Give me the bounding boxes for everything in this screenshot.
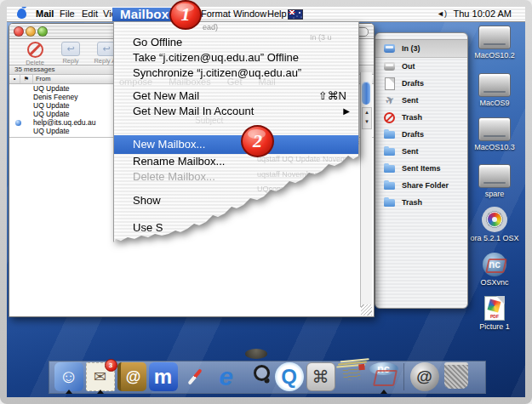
submenu-arrow-icon: ▶: [343, 104, 350, 119]
desktop-icon-picture1[interactable]: PDF Picture 1: [466, 296, 523, 331]
callout-badge-1: 1: [169, 0, 202, 30]
drawer-item-share-folder[interactable]: Share Folder: [375, 177, 467, 194]
menu-item-rename-mailbox[interactable]: Rename Mailbox...: [114, 154, 358, 169]
pinwheel-art: [488, 299, 501, 313]
menu-item-take-offline[interactable]: Take “j.citizen@uq.edu.au” Offline: [114, 50, 358, 65]
menu-edit[interactable]: Edit: [82, 9, 98, 20]
menu-item-go-offline[interactable]: Go Offline: [114, 35, 358, 50]
dock-safari[interactable]: [180, 362, 209, 391]
zoom-button[interactable]: [37, 26, 48, 37]
desktop-icon-macos103[interactable]: MacOS10.3: [466, 117, 523, 151]
vertical-scrollbar[interactable]: ▲▼: [360, 72, 372, 307]
menu-file[interactable]: File: [60, 9, 75, 20]
drawer-item-sent[interactable]: ✈ Sent: [375, 92, 467, 109]
running-indicator: [380, 390, 387, 394]
menu-separator: [114, 208, 358, 220]
desktop-icon-macos102[interactable]: MacOS10.2: [466, 26, 523, 60]
dock-internet-explorer[interactable]: e: [212, 362, 241, 391]
no-symbol-icon: [383, 111, 397, 123]
menu-item-get-new-mail-in-account[interactable]: Get New Mail In Account ▶: [114, 104, 358, 119]
vnc-icon: nc: [369, 362, 398, 375]
mailbox-drawer: In (3) Out Drafts ✈ Sent Trash Drafts: [375, 32, 468, 309]
drawer-item-trash[interactable]: Trash: [375, 109, 467, 126]
dock-vnc[interactable]: nc: [369, 362, 398, 391]
mailbox-menu-wrap: ead) In (3 u ompose Mailboxes Get Mail S…: [113, 21, 359, 248]
dock-quicktime[interactable]: Q: [275, 362, 304, 391]
hard-drive-icon: [478, 117, 511, 141]
dock-trash[interactable]: [442, 362, 471, 391]
shortcut-label: ⇧⌘N: [318, 88, 346, 104]
menu-mail[interactable]: Mail: [36, 9, 54, 20]
menu-item-show[interactable]: Show: [114, 193, 358, 208]
running-indicator: [66, 390, 72, 394]
menu-window[interactable]: Window: [233, 9, 266, 20]
desktop-icon-macos9[interactable]: MacOS9: [466, 73, 523, 107]
desktop-icon-label: MacOS10.2: [466, 51, 523, 60]
dock-sherlock[interactable]: [243, 362, 272, 391]
drawer-item-out[interactable]: Out: [375, 58, 467, 75]
trash-icon: [444, 362, 468, 389]
screenshot: MacOS10.2 MacOS9 MacOS10.3 spare ora 5.2…: [0, 0, 532, 404]
menu-item-use-torn[interactable]: Use S: [114, 220, 358, 236]
menu-bar: Mail File Edit View Mailbox Format Windo…: [7, 7, 525, 22]
drawer-item-sent-items[interactable]: Sent Items: [375, 160, 467, 177]
menu-item-synchronize[interactable]: Synchronize “j.citizen@uq.edu.au”: [114, 65, 358, 81]
drawer-item-drafts[interactable]: Drafts: [375, 75, 467, 92]
resize-grip[interactable]: [361, 304, 372, 316]
dock-finder[interactable]: ☺: [54, 362, 83, 391]
dock-at-spring[interactable]: @: [410, 362, 439, 391]
menu-item-get-new-mail[interactable]: Get New Mail ⇧⌘N: [114, 88, 358, 104]
menu-format[interactable]: Format: [201, 9, 231, 20]
folder-icon: [383, 179, 397, 191]
eudora-letters-icon: [337, 361, 366, 366]
drawer-item-in[interactable]: In (3): [375, 39, 467, 58]
menu-item-delete-mailbox: Delete Mailbox...: [114, 169, 358, 185]
flag-column-header[interactable]: ⚑: [20, 75, 33, 83]
desktop-icon-osxvnc[interactable]: nc OSXvnc: [466, 253, 523, 287]
desktop-icon-spare[interactable]: spare: [466, 164, 523, 198]
at-spring-icon: @: [410, 362, 439, 391]
inbox-icon: [383, 43, 397, 54]
scrollbar-thumb[interactable]: [362, 82, 370, 105]
outbox-icon: [383, 60, 397, 72]
desktop-icon-label: MacOS9: [466, 99, 523, 107]
menu-item-new-mailbox[interactable]: New Mailbox...: [114, 135, 358, 154]
delete-button[interactable]: Delete: [18, 39, 52, 66]
finder-icon: ☺: [54, 362, 83, 391]
desktop-icon-label: OSXvnc: [466, 278, 523, 287]
desktop: MacOS10.2 MacOS9 MacOS10.3 spare ora 5.2…: [7, 7, 525, 397]
system-preferences-icon: ⌘: [306, 362, 335, 391]
menu-bar-clock[interactable]: Thu 10:02 AM: [454, 9, 512, 19]
volume-icon[interactable]: ◄): [437, 9, 447, 18]
vnc-icon: nc: [483, 253, 506, 276]
menu-separator: [114, 185, 358, 193]
menu-help[interactable]: Help: [267, 9, 287, 20]
folder-icon: [383, 145, 397, 157]
close-button[interactable]: [14, 26, 24, 37]
hard-drive-icon: [478, 164, 511, 188]
input-menu-flag-icon[interactable]: [288, 9, 303, 20]
menu-separator: [114, 81, 358, 88]
desktop-icon-label: spare: [466, 190, 523, 198]
running-indicator: [97, 390, 104, 394]
drawer-item-trash-folder[interactable]: Trash: [375, 194, 467, 211]
pdf-document-icon: PDF: [484, 296, 505, 321]
reply-button[interactable]: ↩ Reply: [54, 39, 88, 65]
mailbox-menu: ead) In (3 u ompose Mailboxes Get Mail S…: [113, 21, 359, 248]
drawer-item-drafts-folder[interactable]: Drafts: [375, 126, 467, 143]
quicktime-icon: Q: [275, 362, 304, 391]
read-column-header[interactable]: •: [9, 75, 20, 83]
menu-separator: [114, 119, 358, 135]
dock-system-preferences[interactable]: ⌘: [306, 362, 335, 391]
dock-m-app[interactable]: m: [149, 362, 178, 391]
dock-address-book[interactable]: @: [117, 362, 146, 391]
minimize-button[interactable]: [26, 26, 36, 37]
desktop-icon-eudora-cd[interactable]: ora 5.2.1 OSX: [466, 207, 523, 242]
scrollbar-arrows[interactable]: ▲▼: [362, 107, 372, 129]
apple-menu-icon[interactable]: [17, 9, 26, 19]
cd-icon: [482, 207, 507, 232]
drawer-item-sent-folder[interactable]: Sent: [375, 143, 467, 160]
dock-mail[interactable]: ✉ 3: [86, 362, 115, 391]
dock-eudora[interactable]: [338, 362, 367, 391]
callout-badge-2: 2: [241, 125, 274, 157]
